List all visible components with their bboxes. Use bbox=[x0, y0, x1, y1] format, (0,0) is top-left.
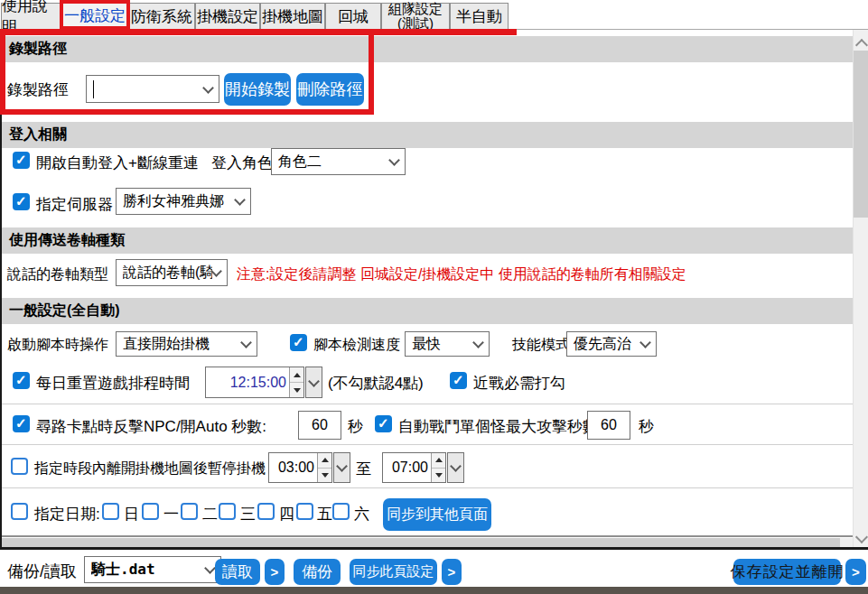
horizontal-scrollbar-thumb[interactable] bbox=[2, 538, 840, 547]
day-fri-label: 五 bbox=[317, 504, 332, 524]
auto-login-label: 開啟自動登入+斷線重連 bbox=[36, 153, 199, 173]
chevron-down-icon bbox=[202, 82, 214, 94]
day-tue-label: 二 bbox=[202, 504, 218, 524]
section-header-general-auto: 一般設定(全自動) bbox=[2, 298, 853, 324]
day-wed-checkbox[interactable] bbox=[219, 503, 236, 520]
startup-action-label: 啟動腳本時操作 bbox=[7, 336, 108, 355]
pause-start-value: 03:00 bbox=[269, 453, 317, 482]
pause-period-label: 指定時段內離開掛機地圖後暫停掛機 bbox=[34, 459, 266, 478]
read-more-button[interactable]: > bbox=[265, 559, 285, 585]
skill-mode-combobox[interactable]: 優先高治 bbox=[566, 331, 657, 357]
tab-usage-help[interactable]: 使用說明 bbox=[1, 3, 61, 29]
spin-up-button[interactable] bbox=[290, 367, 303, 383]
day-fri-checkbox[interactable] bbox=[296, 503, 313, 520]
arrow-up-icon bbox=[322, 458, 329, 462]
server-combobox[interactable]: 勝利女神雅典娜 bbox=[116, 188, 251, 215]
day-sat-label: 六 bbox=[354, 504, 369, 524]
melee-label: 近戰必需打勾 bbox=[473, 373, 565, 394]
spin-down-button[interactable] bbox=[432, 469, 445, 483]
stuck-counter-checkbox[interactable] bbox=[13, 415, 30, 432]
tab-afk-map[interactable]: 掛機地圖 bbox=[260, 3, 325, 29]
tab-return-town[interactable]: 回城 bbox=[325, 3, 381, 29]
detect-speed-checkbox[interactable] bbox=[290, 334, 307, 351]
server-checkbox[interactable] bbox=[13, 193, 30, 210]
daily-reset-dropdown-button[interactable] bbox=[305, 367, 322, 398]
arrow-down-icon bbox=[294, 388, 301, 393]
arrow-down-icon bbox=[322, 473, 329, 478]
specify-date-label: 指定日期: bbox=[34, 504, 100, 524]
pause-end-time-spinner[interactable]: 07:00 bbox=[382, 452, 446, 483]
arrow-down-icon bbox=[435, 473, 443, 478]
chevron-down-icon bbox=[308, 376, 320, 387]
footer-bar: 備份/讀取 騎士.dat 讀取 > 備份 同步此頁設定 > 保存設定並離開 > bbox=[0, 550, 868, 587]
start-record-button[interactable]: 開始錄製 bbox=[224, 73, 291, 106]
save-and-exit-button[interactable]: 保存設定並離開 bbox=[733, 559, 841, 585]
pause-end-value: 07:00 bbox=[383, 453, 431, 482]
detect-speed-label: 腳本檢測速度 bbox=[313, 336, 400, 355]
backup-file-combobox[interactable]: 騎士.dat bbox=[84, 556, 221, 583]
melee-checkbox[interactable] bbox=[450, 372, 467, 389]
pause-start-dropdown-button[interactable] bbox=[333, 452, 350, 483]
day-thu-checkbox[interactable] bbox=[257, 503, 275, 520]
chevron-down-icon bbox=[204, 562, 216, 574]
day-sun-checkbox[interactable] bbox=[102, 503, 119, 520]
tab-defense-system[interactable]: 防衛系統 bbox=[128, 3, 195, 29]
startup-action-combobox[interactable]: 直接開始掛機 bbox=[116, 331, 257, 357]
auto-login-checkbox[interactable] bbox=[13, 152, 30, 169]
sync-page-settings-button[interactable]: 同步此頁設定 bbox=[350, 559, 437, 585]
spin-up-button[interactable] bbox=[432, 453, 445, 469]
chevron-down-icon bbox=[234, 194, 246, 206]
daily-reset-note: (不勾默認4點) bbox=[328, 373, 424, 394]
sync-more-button[interactable]: > bbox=[442, 559, 462, 585]
tab-general-settings[interactable]: 一般設定 bbox=[61, 1, 128, 29]
login-role-label: 登入角色 bbox=[211, 153, 273, 173]
tabbar-baseline bbox=[509, 29, 868, 30]
day-tue-checkbox[interactable] bbox=[181, 503, 198, 520]
daily-reset-checkbox[interactable] bbox=[13, 372, 30, 389]
day-sat-checkbox[interactable] bbox=[332, 503, 350, 520]
auto-attack-seconds-unit: 秒 bbox=[639, 416, 654, 437]
chevron-down-icon bbox=[450, 460, 462, 472]
pause-end-dropdown-button[interactable] bbox=[447, 452, 464, 483]
tab-semi-auto[interactable]: 半自動 bbox=[450, 3, 509, 29]
stuck-counter-label: 尋路卡點時反擊NPC/開Auto 秒數: bbox=[36, 416, 266, 437]
general-settings-window: 使用說明 一般設定 防衛系統 掛機設定 掛機地圖 回城 組隊設定(測試) 半自動… bbox=[0, 0, 868, 594]
row-separator bbox=[2, 444, 853, 445]
daily-reset-time-spinner[interactable]: 12:15:00 bbox=[205, 367, 304, 398]
auto-attack-seconds-input[interactable]: 60 bbox=[587, 411, 630, 440]
read-button[interactable]: 讀取 bbox=[215, 559, 260, 585]
arrow-up-icon bbox=[435, 458, 443, 462]
tab-afk-settings[interactable]: 掛機設定 bbox=[195, 3, 260, 29]
chevron-down-icon bbox=[388, 154, 400, 166]
pause-start-time-spinner[interactable]: 03:00 bbox=[268, 452, 332, 483]
spin-down-button[interactable] bbox=[290, 383, 303, 397]
sync-other-pages-button[interactable]: 同步到其他頁面 bbox=[383, 498, 491, 531]
pause-to-label: 至 bbox=[356, 459, 371, 479]
scroll-type-label: 說話的卷軸類型 bbox=[7, 265, 108, 284]
backup-button[interactable]: 備份 bbox=[294, 559, 341, 585]
day-mon-checkbox[interactable] bbox=[142, 503, 159, 520]
row-separator bbox=[2, 487, 853, 488]
pause-period-checkbox[interactable] bbox=[11, 458, 28, 475]
daily-reset-time-value: 12:15:00 bbox=[206, 367, 289, 397]
spin-down-button[interactable] bbox=[318, 469, 331, 483]
spin-up-button[interactable] bbox=[318, 453, 331, 469]
record-path-label: 錄製路徑 bbox=[7, 79, 69, 100]
record-path-combobox[interactable] bbox=[86, 75, 219, 103]
auto-attack-checkbox[interactable] bbox=[375, 415, 392, 432]
vertical-scrollbar-thumb[interactable] bbox=[854, 51, 868, 218]
login-role-combobox[interactable]: 角色二 bbox=[271, 148, 406, 175]
scroll-type-combobox[interactable]: 說話的卷軸(騎士 bbox=[116, 259, 228, 286]
day-mon-label: 一 bbox=[163, 504, 179, 524]
desktop-edge-strip bbox=[0, 587, 868, 594]
detect-speed-combobox[interactable]: 最快 bbox=[405, 331, 490, 357]
delete-path-button[interactable]: 刪除路徑 bbox=[296, 73, 364, 106]
stuck-seconds-input[interactable]: 60 bbox=[298, 411, 341, 440]
specify-date-checkbox[interactable] bbox=[11, 503, 28, 520]
save-more-button[interactable]: > bbox=[845, 559, 866, 585]
chevron-down-icon bbox=[336, 460, 348, 472]
tab-team-settings[interactable]: 組隊設定(測試) bbox=[381, 3, 450, 29]
chevron-down-icon bbox=[472, 337, 484, 348]
content-bottom-rule bbox=[2, 535, 853, 537]
chevron-down-icon bbox=[240, 337, 252, 348]
